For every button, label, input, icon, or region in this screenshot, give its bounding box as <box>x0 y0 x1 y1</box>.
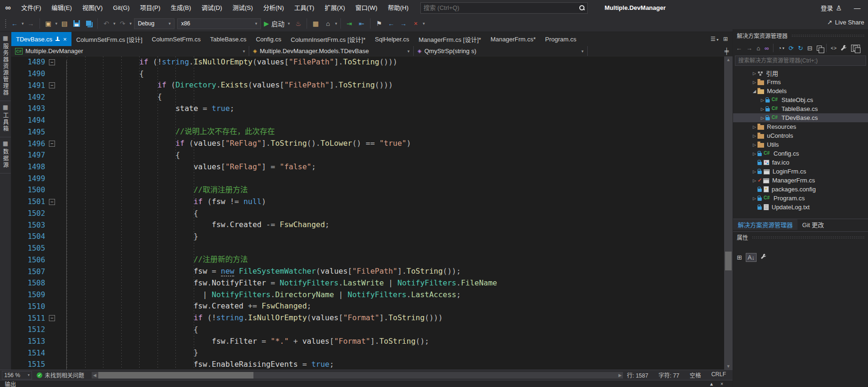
previous-bookmark-button[interactable]: ← <box>385 17 397 30</box>
close-tab-icon[interactable]: × <box>63 36 67 43</box>
line-number[interactable]: 1495 <box>11 128 47 136</box>
line-number[interactable]: 1497 <box>11 151 47 159</box>
type-dropdown[interactable]: ◈ Multiple.DevManager.Models.TDevBase ▾ <box>249 46 414 56</box>
split-editor-icon[interactable]: ╪ <box>721 46 733 56</box>
solution-explorer-header[interactable]: 解决方案资源管理器 <box>733 29 868 41</box>
refresh-icon[interactable]: ⟳ <box>789 45 794 52</box>
cursor-column-indicator[interactable]: 字符: 77 <box>659 371 679 379</box>
code-text[interactable]: fsw = new FileSystemWatcher(values["File… <box>67 266 724 277</box>
zoom-level-combo[interactable]: 156 % ▾ <box>2 371 32 379</box>
horizontal-scroll-thumb[interactable] <box>98 372 253 379</box>
menu-item[interactable]: 项目(P) <box>135 0 166 16</box>
tree-item-managerfrm-cs[interactable]: ▷✓ManagerFrm.cs <box>733 176 868 185</box>
code-line[interactable]: 1495 //说明上次不存在，此次存在 <box>11 126 724 138</box>
tree-item-resources[interactable]: ▷Resources <box>733 122 868 131</box>
fold-collapse-icon[interactable]: − <box>49 315 55 321</box>
line-number[interactable]: 1493 <box>11 104 47 113</box>
show-all-files-icon[interactable] <box>851 45 860 52</box>
line-ending-indicator[interactable]: CRLF <box>711 371 726 379</box>
toolbar-overflow-dropdown[interactable]: ▾ <box>422 21 426 26</box>
switch-views-icon[interactable]: ∞ <box>765 45 769 52</box>
tree-expand-icon[interactable]: ▷ <box>751 71 758 76</box>
navigate-forward-button[interactable]: → <box>25 17 37 30</box>
view-code-icon[interactable]: < > <box>831 46 836 51</box>
autohide-tab[interactable]: ▦工具箱 <box>0 101 11 137</box>
line-number[interactable]: 1511 <box>11 314 47 323</box>
document-tab[interactable]: SqlHelper.cs <box>370 32 414 46</box>
code-line[interactable]: 1513 fsw.Filter = "*." + values["Format"… <box>11 336 724 348</box>
decrease-indent-icon[interactable]: ⇤ <box>355 17 368 30</box>
line-number[interactable]: 1506 <box>11 256 47 264</box>
line-number[interactable]: 1509 <box>11 291 47 299</box>
hot-reload-icon[interactable]: ♨ <box>292 17 304 30</box>
line-number[interactable]: 1494 <box>11 116 47 125</box>
clear-bookmarks-button[interactable]: × <box>410 17 422 30</box>
next-bookmark-button[interactable]: → <box>397 17 410 30</box>
menu-item[interactable]: Git(G) <box>108 0 134 16</box>
sign-in-button[interactable]: 登录 ♙ <box>816 3 846 12</box>
code-line[interactable]: 1515 fsw.EnableRaisingEvents = true; <box>11 359 724 370</box>
tree-item-config-cs[interactable]: ▷C#Config.cs <box>733 149 868 158</box>
autohide-tab[interactable]: ▦服务器资源管理器 <box>0 32 11 101</box>
code-text[interactable]: //取消注册方法 <box>67 184 724 196</box>
line-number[interactable]: 1505 <box>11 244 47 253</box>
line-number[interactable]: 1501 <box>11 197 47 206</box>
close-panel-icon[interactable]: × <box>720 381 723 387</box>
find-in-files-button[interactable]: ▦ <box>309 17 322 30</box>
line-number[interactable]: 1496 <box>11 140 47 148</box>
line-number[interactable]: 1515 <box>11 360 47 369</box>
menu-item[interactable]: 分析(N) <box>258 0 289 16</box>
tree-expand-icon[interactable]: ▷ <box>751 151 758 156</box>
code-line[interactable]: 1494 <box>11 115 724 126</box>
navigate-back-button[interactable]: ← <box>8 17 21 30</box>
code-line[interactable]: 1511− if (!string.IsNullOrEmpty(values["… <box>11 312 724 324</box>
tool-window-tab[interactable]: 解决方案资源管理器 <box>733 219 797 230</box>
scroll-up-icon[interactable]: ▲ <box>724 57 733 62</box>
tree-item-tdevbase-cs[interactable]: ▷C#TDevBase.cs <box>733 113 868 122</box>
code-text[interactable]: if (!string.IsNullOrEmpty(values["FilePa… <box>67 56 724 68</box>
properties-wrench-icon[interactable] <box>840 45 847 51</box>
solution-platform-combo[interactable]: x86 ▾ <box>177 18 261 29</box>
property-pages-icon[interactable] <box>760 253 766 261</box>
browser-dropdown[interactable]: ▾ <box>334 21 338 26</box>
quick-search-box[interactable] <box>420 2 588 14</box>
document-tab[interactable]: ColumnSetFrm.cs <box>147 32 205 46</box>
code-text[interactable]: fsw.NotifyFilter = NotifyFilters.LastWri… <box>67 277 724 289</box>
code-editor[interactable]: 1489− if (!string.IsNullOrEmpty(values["… <box>11 56 724 370</box>
scroll-left-icon[interactable]: ◀ <box>93 372 96 379</box>
document-tab[interactable]: Config.cs <box>251 32 286 46</box>
menu-item[interactable]: 扩展(X) <box>319 0 350 16</box>
code-text[interactable]: } <box>67 347 724 359</box>
code-text[interactable]: fsw.Created -= FswChanged; <box>67 219 724 231</box>
code-line[interactable]: 1497 { <box>11 150 724 161</box>
sync-with-active-document-icon[interactable]: ↻ <box>798 45 803 52</box>
line-number[interactable]: 1508 <box>11 279 47 287</box>
code-line[interactable]: 1501− if (fsw != null) <box>11 196 724 208</box>
line-number[interactable]: 1503 <box>11 221 47 229</box>
menu-item[interactable]: 视图(V) <box>77 0 108 16</box>
code-line[interactable]: 1496− if (values["ReFlag"].ToString().To… <box>11 138 724 150</box>
tree-expand-icon[interactable]: ▷ <box>751 125 758 129</box>
redo-dropdown[interactable]: ▾ <box>129 21 133 26</box>
code-text[interactable]: if (Directory.Exists(values["FilePath"].… <box>67 79 724 91</box>
document-tab[interactable]: ManagerFrm.cs [设计]* <box>414 32 486 46</box>
code-line[interactable]: 1502 { <box>11 208 724 220</box>
code-line[interactable]: 1490 { <box>11 68 724 80</box>
tree-item-program-cs[interactable]: ▷C#Program.cs <box>733 194 868 203</box>
tree-expand-icon[interactable]: ▷ <box>751 134 758 138</box>
code-line[interactable]: 1514 } <box>11 347 724 359</box>
tree-item-updatelog-txt[interactable]: UpdateLog.txt <box>733 203 868 212</box>
code-line[interactable]: 1510 fsw.Created += FswChanged; <box>11 300 724 312</box>
code-text[interactable]: fsw.Filter = "*." + values["Format"].ToS… <box>67 336 724 348</box>
menu-item[interactable]: 生成(B) <box>166 0 196 16</box>
menu-item[interactable]: 调试(D) <box>196 0 227 16</box>
line-number[interactable]: 1502 <box>11 209 47 218</box>
start-debug-button[interactable]: ▶ 启动 ▾ <box>262 17 292 30</box>
tree-item-frms[interactable]: ▷Frms <box>733 78 868 87</box>
code-text[interactable]: if (values["ReFlag"].ToString().ToLower(… <box>67 138 724 150</box>
code-line[interactable]: 1509 | NotifyFilters.DirectoryName | Not… <box>11 289 724 301</box>
code-line[interactable]: 1506 //注册新的方法 <box>11 254 724 266</box>
code-line[interactable]: 1492 { <box>11 91 724 103</box>
code-text[interactable]: } <box>67 231 724 243</box>
code-text[interactable]: { <box>67 150 724 161</box>
